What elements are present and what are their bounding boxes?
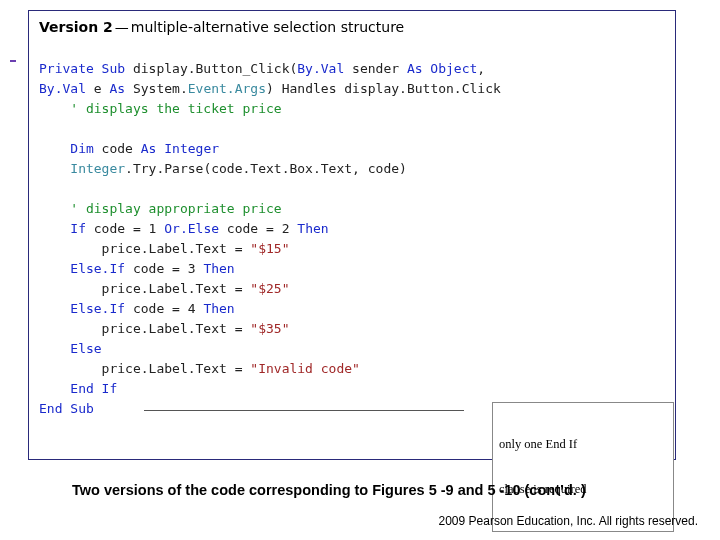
- annotation-box: only one End If clause is required: [492, 402, 674, 532]
- figure-caption: Two versions of the code corresponding t…: [72, 482, 586, 498]
- code-text: price.Label.Text =: [39, 241, 250, 256]
- annotation-text-line: only one End If: [499, 437, 667, 452]
- code-text: code = 1: [86, 221, 164, 236]
- code-frame: Version 2—multiple-alternative selection…: [28, 10, 676, 460]
- string-literal: "Invalid code": [250, 361, 360, 376]
- slide-accent-mark: [10, 60, 16, 62]
- indent: [39, 381, 70, 396]
- indent: [39, 301, 70, 316]
- code-heading: Version 2—multiple-alternative selection…: [39, 19, 665, 35]
- code-text: e: [86, 81, 109, 96]
- code-text: .Try.Parse(code.Text.Box.Text, code): [125, 161, 407, 176]
- indent: [39, 221, 70, 236]
- code-text: sender: [344, 61, 407, 76]
- indent: [39, 141, 70, 156]
- code-text: display.Button_Click(: [125, 61, 297, 76]
- kw-orelse: Or.Else: [164, 221, 219, 236]
- kw-private-sub: Private Sub: [39, 61, 125, 76]
- kw-as: As: [109, 81, 125, 96]
- kw-end-sub: End Sub: [39, 401, 94, 416]
- code-text: price.Label.Text =: [39, 281, 250, 296]
- comment: ' displays the ticket price: [39, 101, 282, 116]
- code-text: price.Label.Text =: [39, 361, 250, 376]
- code-text: System.: [125, 81, 188, 96]
- string-literal: "$35": [250, 321, 289, 336]
- kw-then: Then: [203, 261, 234, 276]
- heading-dash: —: [115, 19, 129, 35]
- type-integer: Integer: [70, 161, 125, 176]
- code-text: code = 2: [219, 221, 297, 236]
- kw-dim: Dim: [70, 141, 93, 156]
- kw-as-object: As Object: [407, 61, 477, 76]
- indent: [39, 261, 70, 276]
- heading-version: Version 2: [39, 19, 113, 35]
- kw-then: Then: [297, 221, 328, 236]
- comment: ' display appropriate price: [39, 201, 282, 216]
- kw-as-integer: As Integer: [141, 141, 219, 156]
- code-text: price.Label.Text =: [39, 321, 250, 336]
- kw-then: Then: [203, 301, 234, 316]
- kw-elseif: Else.If: [70, 261, 125, 276]
- string-literal: "$15": [250, 241, 289, 256]
- code-text: code = 3: [125, 261, 203, 276]
- kw-if: If: [70, 221, 86, 236]
- kw-else: Else: [70, 341, 101, 356]
- copyright-notice: 2009 Pearson Education, Inc. All rights …: [439, 514, 698, 528]
- type-eventargs: Event.Args: [188, 81, 266, 96]
- kw-elseif: Else.If: [70, 301, 125, 316]
- code-listing: Private Sub display.Button_Click(By.Val …: [39, 39, 665, 479]
- code-text: code: [94, 141, 141, 156]
- indent: [39, 161, 70, 176]
- string-literal: "$25": [250, 281, 289, 296]
- heading-subtitle: multiple-alternative selection structure: [131, 19, 404, 35]
- kw-end-if: End If: [70, 381, 117, 396]
- code-text: code = 4: [125, 301, 203, 316]
- code-text: ,: [477, 61, 485, 76]
- indent: [39, 341, 70, 356]
- annotation-connector-line: [144, 410, 464, 411]
- kw-byval: By.Val: [297, 61, 344, 76]
- code-text: ) Handles display.Button.Click: [266, 81, 501, 96]
- kw-byval: By.Val: [39, 81, 86, 96]
